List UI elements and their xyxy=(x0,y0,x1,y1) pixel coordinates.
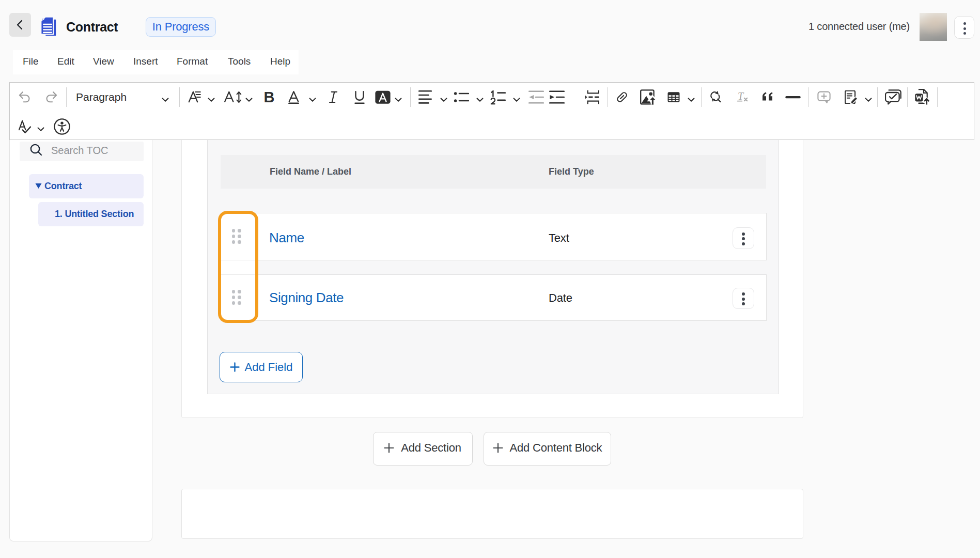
svg-text:B: B xyxy=(264,90,275,104)
svg-text:T: T xyxy=(738,90,744,102)
